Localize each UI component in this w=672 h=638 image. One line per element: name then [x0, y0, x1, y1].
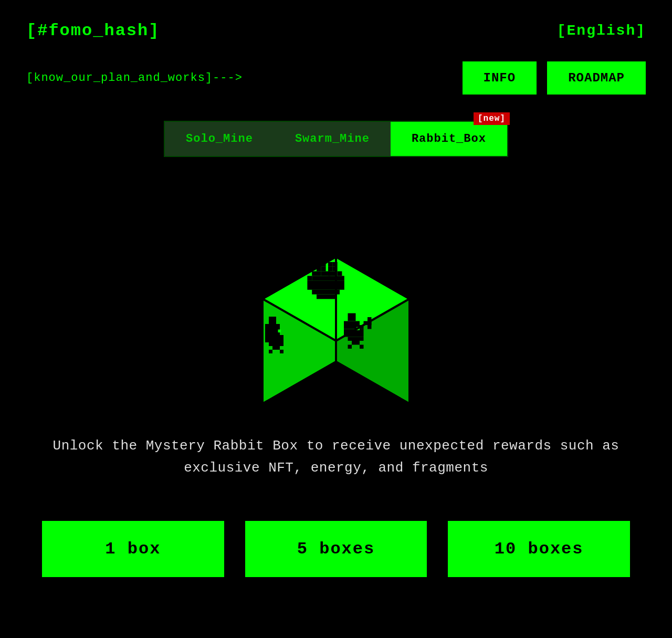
svg-rect-32	[265, 335, 284, 339]
ten-boxes-button[interactable]: 10 boxes	[448, 521, 630, 577]
svg-rect-47	[348, 337, 364, 341]
site-logo: [#fomo_hash]	[26, 21, 160, 40]
tab-rabbit-box[interactable]: Rabbit_Box [new]	[391, 122, 507, 156]
svg-rect-22	[317, 295, 335, 299]
info-button[interactable]: INFO	[463, 61, 537, 95]
description-section: Unlock the Mystery Rabbit Box to receive…	[0, 420, 672, 495]
svg-rect-38	[278, 330, 281, 333]
svg-rect-23	[269, 317, 272, 320]
svg-rect-49	[348, 345, 352, 349]
five-boxes-button[interactable]: 5 boxes	[245, 521, 427, 577]
svg-rect-8	[321, 267, 326, 271]
svg-rect-41	[348, 317, 352, 321]
svg-rect-30	[265, 331, 269, 335]
svg-rect-9	[328, 267, 333, 271]
one-box-button[interactable]: 1 box	[42, 521, 224, 577]
svg-rect-15	[338, 271, 342, 276]
nav-label: [know_our_plan_and_works]--->	[26, 71, 243, 85]
box-buttons-section: 1 box 5 boxes 10 boxes	[0, 500, 672, 598]
rabbit-box-cube	[226, 189, 446, 409]
cube-section	[0, 168, 672, 420]
svg-rect-26	[272, 320, 276, 324]
svg-rect-5	[328, 262, 333, 267]
svg-rect-19	[307, 280, 344, 285]
svg-rect-37	[280, 350, 284, 353]
language-selector[interactable]: [English]	[557, 23, 646, 39]
svg-rect-33	[265, 339, 284, 342]
roadmap-button[interactable]: ROADMAP	[547, 61, 646, 95]
svg-rect-20	[307, 285, 344, 290]
nav-section: [know_our_plan_and_works]---> INFO ROADM…	[0, 51, 672, 105]
description-text: Unlock the Mystery Rabbit Box to receive…	[52, 435, 620, 479]
svg-rect-16	[307, 276, 312, 280]
tabs-section: Solo_Mine Swarm_Mine Rabbit_Box [new]	[0, 110, 672, 168]
tab-swarm-mine[interactable]: Swarm_Mine	[274, 122, 391, 156]
svg-rect-25	[269, 320, 272, 324]
svg-rect-11	[312, 271, 317, 276]
new-badge: [new]	[474, 112, 510, 125]
svg-rect-50	[360, 345, 364, 349]
svg-rect-35	[272, 346, 280, 350]
svg-rect-48	[352, 341, 360, 345]
svg-rect-42	[352, 317, 356, 321]
tabs-container: Solo_Mine Swarm_Mine Rabbit_Box [new]	[164, 121, 508, 157]
svg-rect-24	[272, 317, 276, 320]
svg-rect-28	[265, 328, 269, 331]
svg-rect-18	[340, 276, 344, 280]
svg-rect-40	[352, 313, 356, 318]
svg-rect-34	[269, 342, 284, 346]
svg-rect-12	[317, 271, 321, 276]
svg-rect-36	[269, 350, 272, 353]
nav-buttons: INFO ROADMAP	[463, 61, 646, 95]
tab-solo-mine[interactable]: Solo_Mine	[165, 122, 274, 156]
svg-rect-27	[265, 324, 280, 328]
svg-rect-39	[348, 313, 352, 318]
header: [#fomo_hash] [English]	[0, 0, 672, 51]
svg-rect-43	[344, 321, 360, 326]
